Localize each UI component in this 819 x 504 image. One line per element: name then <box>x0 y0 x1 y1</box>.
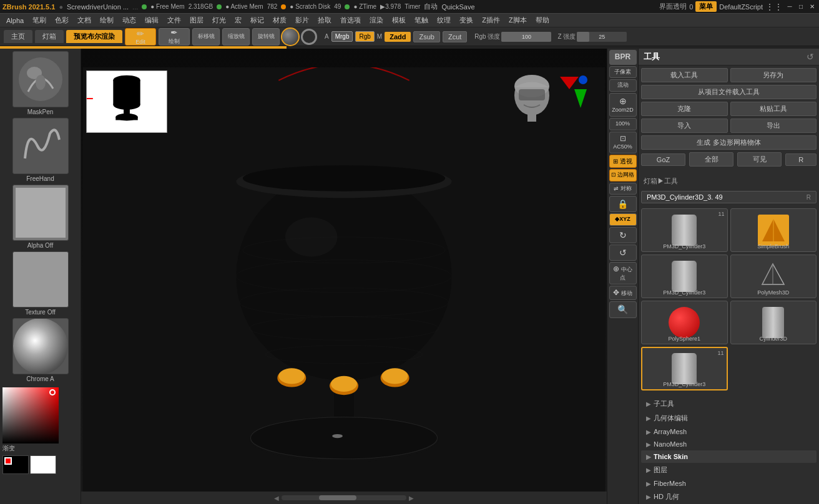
menu-texture[interactable]: 纹理 <box>433 14 454 26</box>
paste-tool-btn[interactable]: 粘贴工具 <box>730 102 817 116</box>
subtool-item[interactable]: ▶ 子工具 <box>641 397 817 411</box>
z-intensity-slider[interactable]: 25 <box>577 32 627 42</box>
refresh-icon[interactable]: ↺ <box>807 52 814 62</box>
hd-geo-item[interactable]: ▶ HD 几何 <box>641 490 817 504</box>
maximize-button[interactable]: □ <box>797 2 805 11</box>
tool-cylinder3-2[interactable]: PM3D_Cylinder3 <box>641 254 728 298</box>
menu-zplugin[interactable]: Z插件 <box>478 14 504 26</box>
menu-draw[interactable]: 绘制 <box>96 14 117 26</box>
move-button[interactable]: 标移镜 <box>192 28 220 46</box>
file-name[interactable]: ScrewdriverUnion ... <box>67 3 129 11</box>
ring-material-btn[interactable] <box>301 29 317 45</box>
save-as-btn[interactable]: 另存为 <box>730 68 817 82</box>
default-script[interactable]: DefaultZScript <box>719 3 763 11</box>
chrome-material[interactable]: Chrome A <box>2 318 78 382</box>
xyz-button[interactable]: ◆XYZ <box>609 213 637 226</box>
menu-render[interactable]: 渲染 <box>366 14 387 26</box>
current-tool-bar[interactable]: PM3D_Cylinder3D_3. 49 R <box>641 191 817 203</box>
tool-cylinder3-1[interactable]: 11 PM3D_Cylinder3 <box>641 208 728 252</box>
menu-template[interactable]: 模板 <box>388 14 410 26</box>
menu-preferences[interactable]: 首选项 <box>336 14 365 26</box>
tool-polymesh3d[interactable]: PolyMesh3D <box>730 254 817 298</box>
tab-preview[interactable]: 预览布尔渲染 <box>66 30 122 43</box>
menu-button[interactable]: 菜单 <box>695 1 717 12</box>
menu-stroke[interactable]: 笔触 <box>411 14 432 26</box>
quicksave-btn[interactable]: QuickSave <box>441 3 474 11</box>
rotate-button[interactable]: 旋转镜 <box>252 28 280 46</box>
orbit2-button[interactable]: ↺ <box>609 245 637 261</box>
menu-help[interactable]: 帮助 <box>532 14 553 26</box>
white-swatch[interactable] <box>30 455 56 474</box>
layers-item[interactable]: ▶ 图层 <box>641 463 817 477</box>
load-from-project-btn[interactable]: 从项目文件载入工具 <box>641 85 817 99</box>
scroll-right-icon[interactable]: ▶ <box>409 495 414 502</box>
menu-movie[interactable]: 影片 <box>292 14 313 26</box>
export-btn[interactable]: 导出 <box>730 119 817 133</box>
array-mesh-item[interactable]: ▶ ArrayMesh <box>641 425 817 438</box>
bpr-button[interactable]: BPR <box>609 50 637 65</box>
tab-lightbox[interactable]: 灯箱 <box>35 30 64 43</box>
mrgb-btn[interactable]: Mrgb <box>331 31 353 42</box>
auto-mode[interactable]: 自动 <box>424 2 438 11</box>
nav-gizmo[interactable] <box>557 74 594 124</box>
edit-button[interactable]: ✏ Edit <box>125 28 156 46</box>
ac50-button[interactable]: ⊡ AC50% <box>609 132 637 153</box>
zoom2d-button[interactable]: ⊕ Zoom2D <box>609 93 637 117</box>
texture-selector[interactable]: Texture Off <box>2 251 78 316</box>
color-picker[interactable]: 渐变 <box>2 385 78 477</box>
load-tool-btn[interactable]: 载入工具 <box>641 68 728 82</box>
zcut-btn[interactable]: Zcut <box>443 31 467 42</box>
menu-layer[interactable]: 图层 <box>186 14 207 26</box>
subsurface-button[interactable]: 子像素 <box>609 66 637 79</box>
menu-doc[interactable]: 文档 <box>74 14 95 26</box>
menu-zscript[interactable]: Z脚本 <box>505 14 531 26</box>
menu-alpha[interactable]: Alpha <box>2 16 27 26</box>
menu-dynamic[interactable]: 动态 <box>119 14 140 26</box>
menu-brush[interactable]: 笔刷 <box>29 14 50 26</box>
import-btn[interactable]: 导入 <box>641 119 728 133</box>
lock-button[interactable]: 🔒 <box>609 196 637 212</box>
rgb-intensity-slider[interactable]: 100 <box>501 32 551 42</box>
perspective-button[interactable]: ⊞ 透视 <box>609 155 637 168</box>
alpha-selector[interactable]: Alpha Off <box>2 185 78 249</box>
zoom100-button[interactable]: 100% <box>609 118 637 130</box>
tool-simplebrush[interactable]: SimpleBrush <box>730 208 817 252</box>
menu-file[interactable]: 文件 <box>164 14 185 26</box>
geo-edit-item[interactable]: ▶ 几何体编辑 <box>641 411 817 425</box>
menu-pick[interactable]: 拾取 <box>314 14 335 26</box>
wireframe-button[interactable]: ⊡ 边网格 <box>609 169 637 182</box>
menu-color[interactable]: 色彩 <box>51 14 72 26</box>
orbit-button[interactable]: ↻ <box>609 227 637 243</box>
tab-home[interactable]: 主页 <box>4 30 32 43</box>
scroll-track[interactable] <box>282 495 406 500</box>
menu-edit[interactable]: 编辑 <box>141 14 162 26</box>
menu-macro[interactable]: 宏 <box>231 14 245 26</box>
zoom-in-button[interactable]: 🔍 <box>609 301 637 317</box>
center-button[interactable]: ⊕ 中心点 <box>609 262 637 284</box>
close-button[interactable]: ✕ <box>808 2 817 11</box>
draw-button[interactable]: ✒ 绘制 <box>159 28 190 46</box>
clone-btn[interactable]: 克隆 <box>641 102 728 116</box>
rgb-btn[interactable]: Rgb <box>355 31 374 42</box>
center-canvas[interactable]: ◀ ▶ <box>81 49 607 504</box>
menu-transform[interactable]: 变换 <box>456 14 477 26</box>
zsub-btn[interactable]: Zsub <box>413 31 439 42</box>
menu-marker[interactable]: 标记 <box>247 14 268 26</box>
brush-maskpen[interactable]: MaskPen <box>2 51 78 115</box>
fiber-mesh-item[interactable]: ▶ FiberMesh <box>641 477 817 490</box>
all-btn[interactable]: 全部 <box>689 152 733 167</box>
generate-poly-btn[interactable]: 生成 多边形网格物体 <box>641 135 817 150</box>
visible-btn[interactable]: 可见 <box>737 152 782 167</box>
menu-light[interactable]: 灯光 <box>208 14 230 26</box>
mirror-button[interactable]: ⇌ 对称 <box>609 183 637 195</box>
scroll-left-icon[interactable]: ◀ <box>274 495 279 502</box>
move2-button[interactable]: ✥ 移动 <box>609 286 637 301</box>
r-key-btn[interactable]: R <box>785 153 817 166</box>
brush-freehand[interactable]: FreeHand <box>2 118 78 182</box>
menu-material[interactable]: 材质 <box>269 14 290 26</box>
canvas-scroll-bar[interactable]: ◀ ▶ <box>81 492 607 504</box>
goz-btn[interactable]: GoZ <box>641 153 685 166</box>
zadd-btn[interactable]: Zadd <box>385 32 411 42</box>
black-swatch[interactable] <box>2 455 29 474</box>
tool-cylinder3-3[interactable]: 11 PM3D_Cylinder3 <box>641 347 728 390</box>
